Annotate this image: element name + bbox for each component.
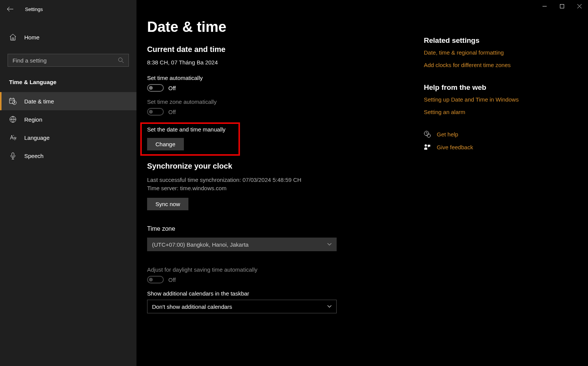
link-add-clocks[interactable]: Add clocks for different time zones <box>424 62 541 68</box>
back-icon[interactable] <box>7 5 14 13</box>
search-icon <box>117 56 125 64</box>
link-get-help[interactable]: Get help <box>437 131 458 138</box>
svg-point-0 <box>119 58 122 62</box>
minimize-button[interactable] <box>536 0 553 12</box>
manual-set-highlight: Set the date and time manually Change <box>140 122 240 156</box>
related-settings-heading: Related settings <box>424 36 541 45</box>
set-tz-auto-state: Off <box>168 109 176 115</box>
current-datetime-heading: Current date and time <box>147 45 416 54</box>
svg-point-9 <box>425 144 427 147</box>
calendar-clock-icon <box>9 97 17 105</box>
sidebar-item-region[interactable]: Region <box>0 110 136 128</box>
link-give-feedback[interactable]: Give feedback <box>437 144 473 150</box>
feedback-icon <box>424 143 431 151</box>
additional-cal-dropdown[interactable]: Don't show additional calendars <box>147 300 337 313</box>
sync-server: Time server: time.windows.com <box>147 184 416 192</box>
link-help-setup-datetime[interactable]: Setting up Date and Time in Windows <box>424 96 541 103</box>
set-tz-auto-toggle <box>147 108 164 116</box>
home-icon <box>9 33 17 41</box>
sync-last: Last successful time synchronization: 07… <box>147 176 416 184</box>
svg-rect-10 <box>428 145 430 147</box>
titlebar: Settings <box>0 2 136 18</box>
microphone-icon <box>9 152 17 160</box>
link-date-time-regional[interactable]: Date, time & regional formatting <box>424 49 541 56</box>
sidebar-item-label: Date & time <box>24 98 54 105</box>
timezone-heading: Time zone <box>147 225 416 232</box>
sidebar-item-date-time[interactable]: Date & time <box>0 92 136 110</box>
set-tz-auto-label: Set time zone automatically <box>147 99 416 105</box>
additional-cal-label: Show additional calendars in the taskbar <box>147 290 416 297</box>
sidebar-item-label: Region <box>24 116 42 123</box>
home-label: Home <box>24 34 39 41</box>
sidebar-home[interactable]: Home <box>0 28 136 46</box>
category-label: Time & Language <box>0 72 136 92</box>
dst-label: Adjust for daylight saving time automati… <box>147 266 416 273</box>
sync-heading: Synchronize your clock <box>147 162 416 170</box>
sidebar: Settings Home Time & Language Date & tim… <box>0 0 136 366</box>
sidebar-item-label: Speech <box>24 153 44 159</box>
chevron-down-icon <box>327 243 332 246</box>
dst-state: Off <box>168 277 176 283</box>
search-input[interactable] <box>13 57 117 64</box>
sidebar-item-label: Language <box>24 135 50 141</box>
globe-icon <box>9 116 17 123</box>
language-icon: 字 <box>9 134 17 141</box>
additional-cal-value: Don't show additional calendars <box>152 303 232 310</box>
main-area: Date & time Current date and time 8:38 C… <box>136 0 588 366</box>
svg-rect-5 <box>12 153 14 156</box>
dst-toggle <box>147 276 164 283</box>
window-controls <box>536 0 588 12</box>
link-help-alarm[interactable]: Setting an alarm <box>424 109 541 115</box>
window-title: Settings <box>25 6 43 12</box>
sidebar-item-speech[interactable]: Speech <box>0 147 136 165</box>
set-time-auto-label: Set time automatically <box>147 75 416 81</box>
sidebar-item-language[interactable]: 字 Language <box>0 128 136 147</box>
maximize-button[interactable] <box>553 0 571 12</box>
close-button[interactable] <box>571 0 588 12</box>
set-time-auto-toggle[interactable] <box>147 84 164 92</box>
svg-point-8 <box>427 134 431 138</box>
search-input-container[interactable] <box>8 54 129 67</box>
timezone-value: (UTC+07:00) Bangkok, Hanoi, Jakarta <box>152 241 249 248</box>
help-heading: Help from the web <box>424 83 541 92</box>
svg-rect-6 <box>560 4 564 8</box>
set-time-auto-state: Off <box>168 85 176 91</box>
help-icon <box>424 130 431 138</box>
change-button[interactable]: Change <box>147 138 184 150</box>
chevron-down-icon <box>327 305 332 308</box>
timezone-dropdown[interactable]: (UTC+07:00) Bangkok, Hanoi, Jakarta <box>147 238 337 251</box>
page-title: Date & time <box>147 19 416 35</box>
sync-now-button[interactable]: Sync now <box>147 198 188 210</box>
svg-text:字: 字 <box>13 137 17 141</box>
set-manual-label: Set the date and time manually <box>147 126 235 133</box>
current-datetime-value: 8:38 CH, 07 Tháng Ba 2024 <box>147 59 416 66</box>
